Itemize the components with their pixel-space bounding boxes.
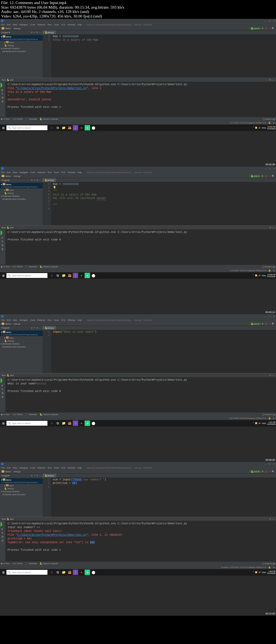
statusbar: 2:2 CRLF UTF-8 4 spaces Python 3.8🔒● bbox=[0, 121, 276, 125]
cortana-icon[interactable]: ○ bbox=[49, 125, 54, 130]
menu-file[interactable]: File bbox=[1, 23, 5, 26]
wifi-icon[interactable]: 📶 bbox=[255, 127, 257, 129]
editor[interactable]: 12345678 Ram = 5666666000 💡 """ this is … bbox=[43, 182, 276, 225]
settings-icon[interactable]: ✦ bbox=[33, 31, 35, 34]
taskbar-search[interactable]: 🔍 Type here to search bbox=[6, 125, 47, 130]
event-log[interactable]: ◯ Event Log bbox=[262, 118, 275, 120]
file-size: Size: 69243870 bytes (66.04 MiB), durati… bbox=[1, 5, 275, 10]
tab-console[interactable]: 🐍 Python Console bbox=[40, 118, 58, 120]
menu-run[interactable]: Run bbox=[48, 23, 52, 26]
collapse-icon[interactable]: ⊕ bbox=[31, 31, 33, 34]
screenshot-3: 🟦—▢✕ FileEditViewNavigateCodeRefactorRun… bbox=[0, 314, 276, 462]
project-panel: Project▾⊕✦⚙— ▾ demo C:\Users\erros\Pycha… bbox=[0, 30, 43, 78]
breadcrumb-demo[interactable]: demo bbox=[5, 27, 11, 30]
run-label: Run: bbox=[2, 79, 6, 81]
debug-icon[interactable]: 🐞 bbox=[265, 27, 267, 30]
editor[interactable]: 123 num = input("Input any number? ") pr… bbox=[43, 477, 276, 517]
more-icon[interactable]: ⋯ bbox=[268, 27, 271, 30]
max-icon[interactable]: ▢ bbox=[269, 20, 271, 22]
firefox-icon[interactable]: 🦊 bbox=[67, 125, 72, 130]
screenshot-1: 🟦—▢✕ FileEditViewNavigateCodeRefactorRun… bbox=[0, 19, 276, 167]
lang-indicator[interactable]: ENG bbox=[262, 127, 266, 129]
video-info: Video: h264, yuv420p, 1280x720, 456 kb/s… bbox=[1, 14, 275, 19]
close-icon[interactable]: ✕ bbox=[273, 20, 275, 22]
tool-window-bar: ▶ 4: Run≡ 6: TODO⬛ Terminal🐍 Python Cons… bbox=[0, 117, 276, 121]
menu-tools[interactable]: Tools bbox=[54, 23, 59, 26]
obs-icon[interactable]: ⬤ bbox=[91, 125, 96, 130]
gear-icon[interactable]: ⚙ bbox=[36, 31, 38, 34]
volume-icon[interactable]: 🔊 bbox=[258, 127, 261, 129]
run-icon[interactable] bbox=[262, 27, 264, 29]
editor-tabs: 🐍 test.py bbox=[43, 30, 276, 34]
taskbar: ⊞ 🔍 Type here to search ○ ⧉ 📁 🦊 J ● ◆ ⬤ … bbox=[0, 125, 276, 131]
explorer-icon[interactable]: 📁 bbox=[61, 125, 66, 130]
min-icon[interactable]: — bbox=[264, 20, 267, 22]
audio-info: Audio: aac, 44100 Hz, 2 channels, s16, 1… bbox=[1, 9, 275, 14]
clock[interactable]: 12:55 PM4/19/2020 bbox=[267, 126, 275, 130]
menubar: FileEditViewNavigateCodeRefactorRunTools… bbox=[0, 23, 276, 26]
run-config[interactable]: 🐍 test ▾ bbox=[249, 27, 261, 30]
breadcrumb-testpy[interactable]: test.py bbox=[14, 27, 20, 30]
menu-refactor[interactable]: Refactor bbox=[37, 23, 46, 26]
video-timestamp: 00:02:08 bbox=[265, 163, 275, 166]
app-icon-purple[interactable]: J bbox=[73, 125, 78, 130]
editor[interactable]: 12 Ram = 5666666000 #this is a salary of… bbox=[43, 34, 276, 78]
tab-todo[interactable]: ≡ 6: TODO bbox=[12, 118, 23, 120]
folder-icon bbox=[2, 27, 4, 29]
search-icon[interactable]: 🔍 bbox=[272, 27, 274, 30]
menu-help[interactable]: Help bbox=[77, 23, 82, 26]
tree-scratches[interactable]: Scratches and Consoles bbox=[0, 50, 43, 53]
console-output[interactable]: C:\Users\erros\AppData\Local\Programs\Py… bbox=[5, 521, 276, 561]
lightbulb-icon[interactable]: 💡 bbox=[53, 186, 56, 189]
app-icon-red[interactable]: ● bbox=[79, 125, 84, 130]
menu-window[interactable]: Window bbox=[68, 23, 75, 26]
navbar: demo 〉test.py 🐍 test ▾🐞⋯🔍 bbox=[0, 26, 276, 30]
editor[interactable]: 12 input("What is your name?") bbox=[43, 330, 276, 373]
trash-icon[interactable]: 🗑 bbox=[1, 100, 4, 103]
rerun-icon[interactable] bbox=[1, 83, 5, 88]
gutter: 12 bbox=[43, 34, 51, 78]
console-output[interactable]: C:\Users\erros\AppData\Local\Programs\Py… bbox=[5, 377, 276, 412]
screenshot-2: 🟦—▢✕ FileEditViewNavigateCodeRefactorRun… bbox=[0, 167, 276, 314]
tray-up-icon[interactable]: ˄ bbox=[253, 127, 254, 129]
run-panel: Run: 🐍 test⚙— ■⇅🖶🗑 C:\Users\erros\AppDat… bbox=[0, 78, 276, 117]
menu-view[interactable]: View bbox=[13, 23, 17, 26]
tree-testpy[interactable]: 🐍 test.py bbox=[0, 44, 43, 47]
window-title: demo [C:\Users\erros\PycharmProjects\dem… bbox=[87, 23, 152, 26]
menu-vcs[interactable]: VCS bbox=[61, 23, 65, 26]
screenshot-4: 🟦—▢✕ FileEditViewNavigateCodeRefactorRun… bbox=[0, 462, 276, 616]
print-icon[interactable]: 🖶 bbox=[1, 96, 4, 99]
layout-icon[interactable]: ⇅ bbox=[1, 92, 4, 95]
run-toolbar: ■⇅🖶🗑 bbox=[0, 82, 5, 117]
tree-venv[interactable]: ▸ venv bbox=[0, 41, 43, 44]
hide-icon[interactable]: — bbox=[39, 31, 41, 34]
tree-extlib[interactable]: ▸ External Libraries bbox=[0, 47, 43, 50]
tab-run[interactable]: ▶ 4: Run bbox=[1, 118, 10, 120]
console-output[interactable]: C:\Users\erros\AppData\Local\Programs\Py… bbox=[5, 82, 276, 117]
menu-edit[interactable]: Edit bbox=[7, 23, 11, 26]
titlebar: 🟦—▢✕ bbox=[0, 19, 276, 23]
file-info-header: File: 12. Comments and User Input.mp4 Si… bbox=[0, 0, 276, 19]
taskview-icon[interactable]: ⧉ bbox=[55, 125, 60, 130]
pycharm-icon[interactable]: ◆ bbox=[85, 125, 90, 130]
project-label[interactable]: Project bbox=[2, 31, 8, 34]
menu-code[interactable]: Code bbox=[30, 23, 35, 26]
start-button[interactable]: ⊞ bbox=[0, 125, 6, 131]
tab-terminal[interactable]: ⬛ Terminal bbox=[25, 118, 37, 120]
tab-testpy[interactable]: 🐍 test.py bbox=[43, 30, 56, 34]
stop-icon[interactable]: ■ bbox=[1, 89, 4, 91]
run-config-name[interactable]: test bbox=[10, 79, 13, 81]
run-settings-icon[interactable]: ⚙ bbox=[269, 79, 271, 81]
status-text: 2:2 CRLF UTF-8 4 spaces Python 3.8 bbox=[230, 122, 266, 124]
project-tree[interactable]: ▾ demo C:\Users\erros\PycharmProjects\de… bbox=[0, 35, 43, 78]
console-output[interactable]: C:\Users\erros\AppData\Local\Programs\Py… bbox=[5, 229, 276, 264]
tree-root[interactable]: ▾ demo C:\Users\erros\PycharmProjects\de… bbox=[0, 35, 43, 41]
run-hide-icon[interactable]: — bbox=[272, 79, 274, 81]
lock-icon[interactable]: 🔒 bbox=[268, 122, 271, 124]
file-name: File: 12. Comments and User Input.mp4 bbox=[1, 1, 275, 5]
menu-navigate[interactable]: Navigate bbox=[19, 23, 28, 26]
